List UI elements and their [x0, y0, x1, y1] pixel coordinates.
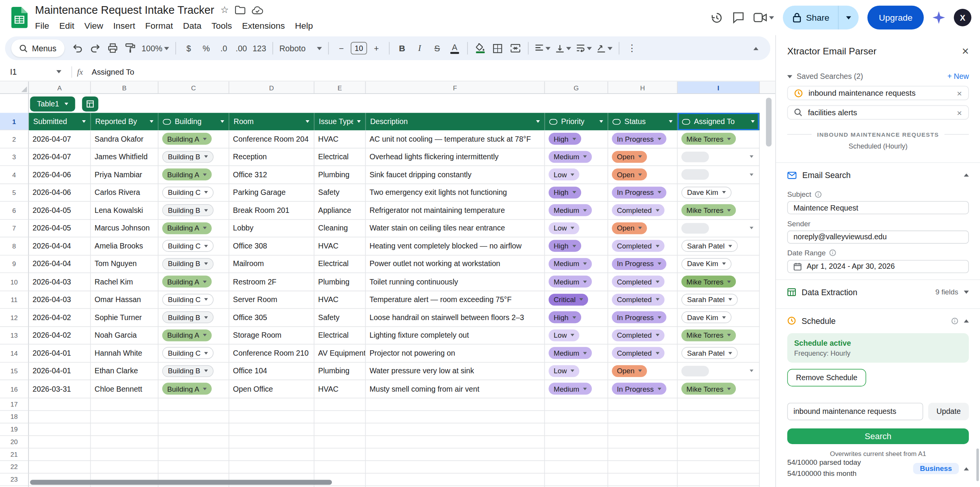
select-all-corner[interactable]: [0, 82, 29, 93]
increase-font-size-button[interactable]: +: [368, 40, 385, 57]
dropdown-chip[interactable]: Open: [612, 168, 647, 180]
chevron-down-icon[interactable]: [305, 120, 309, 123]
cell-C8[interactable]: Building C: [158, 237, 229, 255]
cell-D18[interactable]: [229, 410, 314, 423]
font-select[interactable]: Roboto: [278, 40, 324, 57]
cell-A9[interactable]: 2026-04-04: [29, 255, 91, 273]
cell-G2[interactable]: High: [545, 130, 608, 148]
cell-G6[interactable]: Medium: [545, 202, 608, 220]
cell-B7[interactable]: Marcus Johnson: [91, 219, 158, 237]
cell-E21[interactable]: [314, 448, 366, 461]
cell-A11[interactable]: 2026-04-03: [29, 291, 91, 309]
cell-C4[interactable]: Building A: [158, 166, 229, 184]
cell-I4[interactable]: [678, 166, 760, 184]
hide-toolbar-button[interactable]: [748, 40, 764, 57]
dropdown-chip[interactable]: Mike Torres: [681, 383, 736, 395]
dropdown-chip[interactable]: Building A: [162, 133, 212, 145]
cell-A8[interactable]: 2026-04-04: [29, 237, 91, 255]
dropdown-chip[interactable]: Building A: [162, 383, 212, 395]
chevron-down-icon[interactable]: [750, 155, 753, 158]
font-size-input[interactable]: 10: [351, 42, 367, 55]
cell-C20[interactable]: [158, 436, 229, 448]
cell-E16[interactable]: HVAC: [314, 380, 366, 398]
cell-I12[interactable]: Dave Kim: [678, 309, 760, 327]
cell-F16[interactable]: Musty smell coming from air vent: [366, 380, 545, 398]
row-header-2[interactable]: 2: [0, 130, 29, 148]
chevron-down-icon[interactable]: [204, 370, 208, 373]
chevron-down-icon[interactable]: [638, 155, 642, 158]
dropdown-chip[interactable]: Low: [549, 222, 579, 234]
menu-format[interactable]: Format: [140, 20, 178, 32]
cell-F13[interactable]: Lighting fixture completely out: [366, 327, 545, 345]
cell-I13[interactable]: Mike Torres: [678, 327, 760, 345]
row-header-4[interactable]: 4: [0, 166, 29, 184]
chevron-down-icon[interactable]: [657, 191, 661, 194]
cell-B19[interactable]: [91, 423, 158, 436]
table-header-room[interactable]: Room: [229, 113, 314, 130]
menu-file[interactable]: File: [30, 20, 54, 32]
cell-H7[interactable]: Open: [608, 219, 678, 237]
cell-F5[interactable]: Two emergency exit lights not functionin…: [366, 184, 545, 202]
decrease-font-size-button[interactable]: −: [333, 40, 350, 57]
cell-F7[interactable]: Water stain on ceiling tiles near entran…: [366, 219, 545, 237]
cell-F22[interactable]: [366, 461, 545, 473]
sidebar-scrollbar[interactable]: [977, 448, 979, 481]
cell-F10[interactable]: Toilet running continuously: [366, 273, 545, 291]
formula-input[interactable]: Assigned To: [91, 67, 134, 76]
cell-A14[interactable]: 2026-04-01: [29, 345, 91, 363]
saved-search-item[interactable]: inbound maintenance requests ×: [787, 86, 969, 100]
collapse-saved-icon[interactable]: [787, 75, 792, 78]
text-rotation-button[interactable]: [595, 40, 614, 57]
vertical-scrollbar[interactable]: [766, 98, 772, 147]
chevron-down-icon[interactable]: [220, 120, 224, 123]
cell-C13[interactable]: Building A: [158, 327, 229, 345]
cell-E8[interactable]: HVAC: [314, 237, 366, 255]
dropdown-chip[interactable]: Mike Torres: [681, 276, 736, 288]
chevron-down-icon[interactable]: [204, 209, 208, 212]
chevron-down-icon[interactable]: [727, 334, 731, 337]
cell-G15[interactable]: Low: [545, 362, 608, 380]
cell-G23[interactable]: [545, 473, 608, 486]
cell-G9[interactable]: Medium: [545, 255, 608, 273]
cell-E18[interactable]: [314, 410, 366, 423]
row-header-21[interactable]: 21: [0, 448, 29, 461]
dropdown-chip[interactable]: In Progress: [612, 383, 666, 395]
chevron-down-icon[interactable]: [536, 120, 540, 123]
print-button[interactable]: [105, 40, 121, 57]
close-icon[interactable]: ×: [962, 45, 969, 57]
chevron-down-icon[interactable]: [203, 138, 207, 141]
cell-B21[interactable]: [91, 448, 158, 461]
dropdown-chip[interactable]: Medium: [549, 258, 592, 270]
cell-I14[interactable]: Sarah Patel: [678, 345, 760, 363]
cell-I18[interactable]: [678, 410, 760, 423]
collapse-section-icon[interactable]: [964, 174, 969, 177]
cell-B17[interactable]: [91, 398, 158, 411]
cell-H17[interactable]: [608, 398, 678, 411]
cell-C17[interactable]: [158, 398, 229, 411]
chevron-down-icon[interactable]: [203, 173, 207, 176]
cell-B9[interactable]: Tom Nguyen: [91, 255, 158, 273]
dropdown-chip[interactable]: Low: [549, 365, 579, 377]
dropdown-chip[interactable]: Completed: [612, 347, 664, 359]
text-wrap-button[interactable]: [574, 40, 594, 57]
cell-B12[interactable]: Sophie Turner: [91, 309, 158, 327]
chevron-down-icon[interactable]: [357, 120, 361, 123]
chevron-down-icon[interactable]: [722, 263, 726, 265]
chevron-down-icon[interactable]: [750, 370, 753, 373]
table-header-submitted[interactable]: Submitted: [29, 113, 91, 130]
cell-C10[interactable]: Building A: [158, 273, 229, 291]
dropdown-chip[interactable]: Medium: [549, 204, 592, 216]
dropdown-chip[interactable]: Building A: [162, 276, 212, 288]
empty-chip[interactable]: [681, 223, 709, 234]
cell-B13[interactable]: Noah Garcia: [91, 327, 158, 345]
decrease-decimal-button[interactable]: .0: [216, 40, 232, 57]
cell-D15[interactable]: Office 104: [229, 362, 314, 380]
cloud-saved-icon[interactable]: [252, 6, 263, 14]
strikethrough-button[interactable]: S: [429, 40, 446, 57]
cell-I15[interactable]: [678, 362, 760, 380]
menu-edit[interactable]: Edit: [54, 20, 80, 32]
chevron-down-icon[interactable]: [657, 316, 661, 319]
cell-G19[interactable]: [545, 423, 608, 436]
expand-section-icon[interactable]: [964, 291, 969, 294]
menu-tools[interactable]: Tools: [206, 20, 237, 32]
